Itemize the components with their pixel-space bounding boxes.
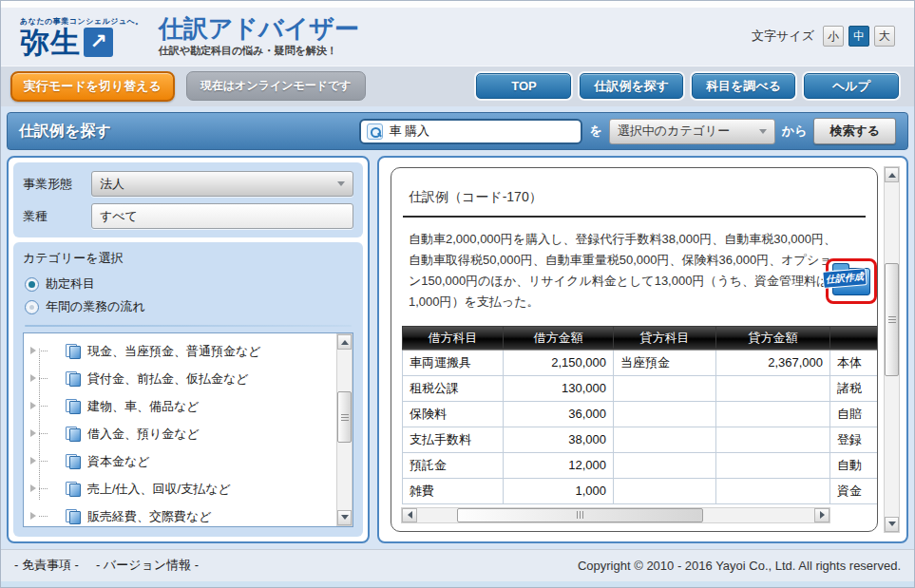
- expand-icon[interactable]: [30, 402, 36, 409]
- scroll-right-button[interactable]: [814, 508, 829, 522]
- tree-item-expenses[interactable]: 販売経費、交際費など: [24, 503, 335, 526]
- search-input[interactable]: 車 購入: [359, 119, 582, 144]
- page-subtitle: 仕訳や勘定科目の悩み・疑問を解決！: [159, 44, 359, 58]
- table-row: 車両運搬具 2,150,000 当座預金 2,367,000 本体: [403, 350, 879, 375]
- cell-debit-account: 租税公課: [403, 375, 504, 401]
- filter-form: 事業形態 法人 業種 すべて: [13, 162, 363, 237]
- tree-item-borrowings[interactable]: 借入金、預り金など: [24, 420, 335, 447]
- disclaimer-link[interactable]: - 免責事項 -: [14, 557, 79, 574]
- divider: [403, 216, 866, 218]
- tree-item-cash[interactable]: 現金、当座預金、普通預金など: [24, 337, 335, 365]
- radio-unselected-icon: [25, 300, 39, 314]
- tree-item-buildings[interactable]: 建物、車、備品など: [24, 392, 335, 420]
- content-area: 仕訳例を探す 車 購入 を 選択中のカテゴリー から 検索する: [1, 106, 914, 548]
- font-size-label: 文字サイズ: [752, 28, 814, 45]
- radio-account-items[interactable]: 勘定科目: [25, 275, 353, 293]
- triangle-up-icon: [888, 173, 896, 178]
- grip-icon: [341, 414, 349, 421]
- business-type-select[interactable]: 法人: [91, 171, 353, 197]
- font-size-switcher: 文字サイズ 小 中 大: [752, 26, 895, 47]
- nav-lookup-accounts-button[interactable]: 科目を調べる: [692, 73, 795, 99]
- app-title-area: 仕訳アドバイザー 仕訳や勘定科目の悩み・疑問を解決！: [159, 15, 359, 59]
- expand-icon[interactable]: [30, 347, 36, 354]
- sidebar: 事業形態 法人 業種 すべて カテゴリーを選択: [7, 156, 370, 542]
- tree-items: 現金、当座預金、普通預金など 貸付金、前払金、仮払金など 建物、車、備品など: [24, 337, 335, 525]
- radio-account-items-label: 勘定科目: [46, 275, 95, 293]
- bottom-strip: [1, 581, 914, 587]
- copyright-text: Copyright © 2010 - 2016 Yayoi Co., Ltd. …: [578, 559, 901, 573]
- nav-help-button[interactable]: ヘルプ: [804, 73, 899, 99]
- nav-top-button[interactable]: TOP: [476, 73, 571, 99]
- expand-icon[interactable]: [30, 484, 36, 492]
- expand-icon[interactable]: [30, 512, 36, 520]
- scrollbar-thumb[interactable]: [457, 508, 703, 522]
- online-mode-badge: 現在はオンラインモードです: [186, 71, 366, 101]
- scroll-down-button[interactable]: [337, 510, 352, 525]
- font-size-small-button[interactable]: 小: [823, 26, 844, 47]
- table-row: 保険料 36,000 自賠: [403, 401, 879, 427]
- cell-credit-account: [614, 427, 716, 452]
- scroll-down-button[interactable]: [885, 517, 899, 532]
- page-title: 仕訳アドバイザー: [159, 15, 359, 43]
- journal-table: 借方科目 借方金額 貸方科目 貸方金額 車両運搬具 2,150,000: [402, 326, 878, 504]
- document-icon: [66, 371, 81, 386]
- font-size-medium-button[interactable]: 中: [848, 26, 869, 47]
- journal-example-panel: 仕訳例（コード-170） 自動車2,000,000円を購入し、登録代行手数料38…: [377, 156, 908, 542]
- industry-label: 業種: [23, 208, 91, 225]
- cell-credit-amount: 2,367,000: [716, 350, 830, 375]
- triangle-up-icon: [341, 340, 349, 345]
- category-dropdown-value: 選択中のカテゴリー: [618, 123, 731, 140]
- scroll-left-button[interactable]: [402, 508, 417, 522]
- scroll-up-button[interactable]: [337, 334, 352, 350]
- tree-item-sales[interactable]: 売上/仕入、回収/支払など: [24, 475, 335, 503]
- cell-debit-account: 支払手数料: [403, 427, 504, 452]
- scrollbar-track[interactable]: [337, 350, 352, 509]
- col-credit-account: 貸方科目: [614, 326, 716, 350]
- cell-credit-account: [614, 478, 716, 503]
- scrollbar-thumb[interactable]: [885, 263, 899, 376]
- expand-icon[interactable]: [30, 374, 36, 382]
- col-debit-account: 借方科目: [403, 326, 504, 350]
- columns: 事業形態 法人 業種 すべて カテゴリーを選択: [7, 156, 908, 542]
- category-dropdown[interactable]: 選択中のカテゴリー: [609, 119, 775, 144]
- tree-item-capital[interactable]: 資本金など: [24, 447, 335, 475]
- version-info-link[interactable]: - バージョン情報 -: [96, 557, 199, 574]
- scrollbar-track[interactable]: [417, 508, 814, 522]
- cell-credit-amount: [716, 427, 830, 452]
- document-icon: [66, 482, 81, 496]
- create-journal-button[interactable]: 仕訳作成: [826, 258, 877, 304]
- panel-scrollbar[interactable]: [884, 166, 900, 532]
- logo-row: 弥生 ↗: [20, 28, 143, 57]
- scroll-up-button[interactable]: [885, 167, 899, 182]
- cell-note: 登録: [830, 427, 879, 452]
- cell-debit-amount: 36,000: [504, 401, 614, 427]
- radio-annual-flow-label: 年間の業務の流れ: [46, 298, 145, 315]
- logo-arrow-icon: ↗: [84, 28, 113, 57]
- document-icon: [66, 509, 81, 523]
- cell-debit-account: 車両運搬具: [403, 350, 504, 375]
- search-button[interactable]: 検索する: [813, 118, 896, 144]
- document-icon: [66, 344, 81, 358]
- tree-scrollbar[interactable]: [336, 333, 353, 525]
- grip-icon: [577, 511, 583, 519]
- scrollbar-track[interactable]: [885, 182, 899, 516]
- expand-icon[interactable]: [30, 429, 36, 437]
- tree-item-label: 現金、当座預金、普通預金など: [87, 343, 261, 360]
- radio-annual-flow[interactable]: 年間の業務の流れ: [25, 298, 353, 315]
- font-size-large-button[interactable]: 大: [874, 26, 895, 47]
- scrollbar-thumb[interactable]: [337, 391, 352, 443]
- tree-item-label: 資本金など: [87, 453, 150, 470]
- table-horizontal-scrollbar[interactable]: [401, 507, 830, 523]
- divider: [25, 325, 352, 327]
- col-credit-amount: 貸方金額: [716, 326, 830, 350]
- industry-input[interactable]: すべて: [91, 203, 353, 229]
- cell-debit-account: 雑費: [403, 478, 504, 503]
- cell-debit-account: 預託金: [403, 452, 504, 478]
- nav-search-examples-button[interactable]: 仕訳例を探す: [580, 73, 683, 99]
- industry-value: すべて: [100, 208, 138, 225]
- expand-icon[interactable]: [30, 457, 36, 465]
- tree-item-loans[interactable]: 貸付金、前払金、仮払金など: [24, 365, 335, 392]
- switch-mode-button[interactable]: 実行モードを切り替える: [10, 71, 175, 102]
- radio-selected-icon: [25, 277, 39, 292]
- header: あなたの事業コンシェルジュへ。 弥生 ↗ 仕訳アドバイザー 仕訳や勘定科目の悩み…: [1, 8, 914, 65]
